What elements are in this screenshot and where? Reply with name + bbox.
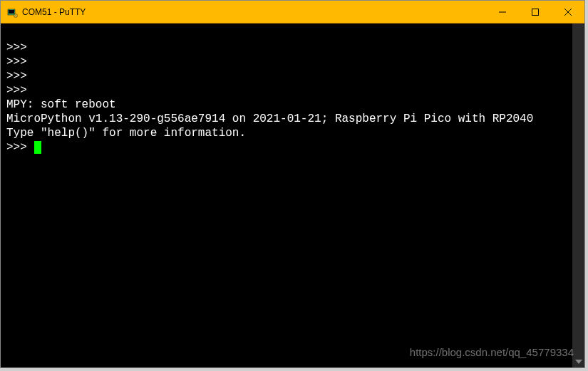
maximize-button[interactable] [519, 1, 552, 23]
terminal-content[interactable]: >>>>>>>>>>>>MPY: soft rebootMicroPython … [1, 23, 572, 367]
terminal-line: Type "help()" for more information. [6, 126, 567, 140]
scrollbar-down-arrow-icon[interactable] [572, 355, 584, 367]
window-controls [486, 1, 584, 23]
terminal-line: >>> [6, 69, 567, 83]
putty-icon [6, 6, 18, 18]
titlebar[interactable]: COM51 - PuTTY [1, 1, 584, 23]
svg-rect-5 [532, 9, 539, 15]
cursor [34, 141, 41, 154]
terminal-line: MicroPython v1.13-290-g556ae7914 on 2021… [6, 112, 567, 126]
window-title: COM51 - PuTTY [22, 7, 486, 17]
prompt-line: >>> [6, 140, 567, 155]
scrollbar-track[interactable] [572, 23, 584, 355]
terminal-line: >>> [6, 83, 567, 98]
close-button[interactable] [552, 1, 584, 23]
putty-window: COM51 - PuTTY >>>>>>>>>>>>MPY: soft rebo… [0, 0, 585, 368]
svg-rect-1 [9, 10, 14, 14]
terminal-line: >>> [6, 41, 567, 55]
minimize-button[interactable] [486, 1, 519, 23]
terminal-area: >>>>>>>>>>>>MPY: soft rebootMicroPython … [1, 23, 584, 367]
terminal-line: MPY: soft reboot [6, 98, 567, 112]
scrollbar[interactable] [572, 23, 584, 367]
prompt: >>> [6, 141, 33, 154]
svg-marker-8 [575, 360, 582, 364]
terminal-line: >>> [6, 55, 567, 69]
